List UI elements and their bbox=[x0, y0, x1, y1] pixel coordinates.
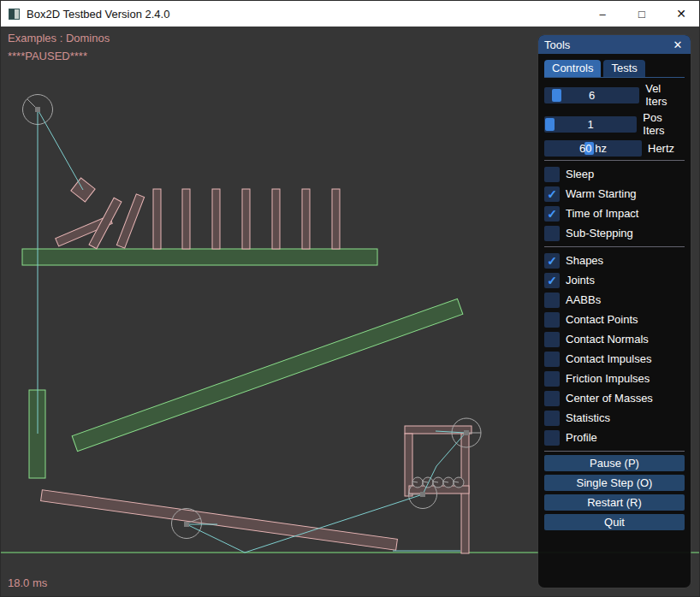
checkbox-row: Contact Points bbox=[544, 310, 685, 329]
example-label: Examples : Dominos bbox=[8, 32, 110, 44]
separator bbox=[544, 246, 685, 247]
close-button[interactable]: ✕ bbox=[661, 1, 700, 27]
joint-anchor bbox=[464, 430, 469, 435]
slider-label: Vel Iters bbox=[645, 82, 685, 108]
checkbox-label: AABBs bbox=[566, 293, 601, 306]
checkbox-checked[interactable]: ✓ bbox=[544, 206, 560, 222]
checkbox-row: Center of Masses bbox=[544, 388, 685, 408]
checkbox-row: ✓Shapes bbox=[544, 251, 685, 270]
checkbox-label: Statistics bbox=[566, 411, 610, 424]
slider-label: Pos Iters bbox=[643, 111, 685, 137]
checkbox-label: Profile bbox=[566, 431, 597, 444]
dynamic-body bbox=[212, 189, 220, 249]
minimize-button[interactable]: – bbox=[583, 1, 622, 27]
dynamic-body bbox=[302, 189, 310, 249]
slider-label: Hertz bbox=[648, 142, 674, 155]
checkbox-label: Sub-Stepping bbox=[566, 227, 633, 239]
slider-track[interactable]: 1 bbox=[544, 116, 637, 133]
frame-time-label: 18.0 ms bbox=[8, 576, 47, 589]
app-window: Examples : Dominos ****PAUSED**** 18.0 m… bbox=[0, 0, 700, 597]
checkbox-unchecked[interactable] bbox=[544, 391, 560, 406]
dynamic-body bbox=[242, 189, 250, 249]
tools-panel-title: Tools bbox=[544, 38, 570, 51]
window-controls: – □ ✕ bbox=[583, 1, 700, 27]
draw-checkbox-group: ✓Shapes✓JointsAABBsContact PointsContact… bbox=[544, 251, 685, 447]
tools-panel-header[interactable]: Tools ✕ bbox=[538, 35, 691, 54]
checkbox-unchecked[interactable] bbox=[544, 167, 560, 182]
joint-anchor bbox=[35, 107, 40, 112]
dynamic-body bbox=[272, 189, 280, 249]
checkbox-row: Statistics bbox=[544, 408, 685, 428]
dynamic-body bbox=[332, 189, 340, 249]
joint-line bbox=[38, 109, 83, 190]
checkbox-unchecked[interactable] bbox=[544, 312, 560, 328]
checkbox-checked[interactable]: ✓ bbox=[544, 253, 560, 269]
checkbox-row: Friction Impulses bbox=[544, 369, 685, 388]
slider-value: 6 bbox=[544, 87, 639, 103]
maximize-button[interactable]: □ bbox=[622, 1, 661, 27]
checkbox-label: Contact Impulses bbox=[566, 352, 651, 365]
checkbox-unchecked[interactable] bbox=[544, 332, 560, 347]
slider-row: 1Pos Iters bbox=[544, 111, 685, 137]
joint-line bbox=[187, 524, 245, 553]
checkbox-checked[interactable]: ✓ bbox=[544, 186, 560, 202]
static-body bbox=[72, 298, 463, 451]
slider-track[interactable]: 60 hz bbox=[544, 140, 642, 157]
checkbox-label: Time of Impact bbox=[566, 207, 638, 220]
checkbox-row: ✓Warm Starting bbox=[544, 184, 685, 204]
slider-row: 60 hzHertz bbox=[544, 140, 685, 157]
checkbox-row: ✓Time of Impact bbox=[544, 204, 685, 223]
joint-anchor bbox=[184, 522, 189, 527]
tools-panel: Tools ✕ ControlsTests 6Vel Iters1Pos Ite… bbox=[538, 35, 691, 588]
restart-r-button[interactable]: Restart (R) bbox=[544, 494, 685, 511]
slider-value: 1 bbox=[544, 116, 637, 133]
tools-panel-body: ControlsTests 6Vel Iters1Pos Iters60 hzH… bbox=[538, 54, 691, 530]
static-body bbox=[22, 249, 377, 265]
tab-controls[interactable]: Controls bbox=[544, 60, 601, 77]
checkbox-label: Center of Masses bbox=[566, 392, 653, 405]
checkbox-row: Sub-Stepping bbox=[544, 223, 685, 243]
checkbox-unchecked[interactable] bbox=[544, 352, 560, 367]
dynamic-body bbox=[153, 189, 161, 249]
checkbox-unchecked[interactable] bbox=[544, 430, 560, 446]
checkbox-label: Joints bbox=[566, 274, 595, 287]
checkbox-row: ✓Joints bbox=[544, 270, 685, 290]
checkbox-row: Sleep bbox=[544, 164, 685, 184]
pause-p-button[interactable]: Pause (P) bbox=[544, 455, 685, 471]
tab-tests[interactable]: Tests bbox=[603, 60, 644, 77]
window-title: Box2D Testbed Version 2.4.0 bbox=[27, 8, 169, 21]
checkbox-row: AABBs bbox=[544, 290, 685, 310]
app-icon bbox=[9, 9, 20, 20]
checkbox-unchecked[interactable] bbox=[544, 411, 560, 426]
separator bbox=[544, 160, 685, 161]
checkbox-unchecked[interactable] bbox=[544, 293, 560, 308]
checkbox-label: Friction Impulses bbox=[566, 372, 650, 385]
checkbox-row: Profile bbox=[544, 428, 685, 447]
checkbox-unchecked[interactable] bbox=[544, 371, 560, 387]
slider-row: 6Vel Iters bbox=[544, 82, 685, 108]
checkbox-row: Contact Impulses bbox=[544, 349, 685, 369]
joint-anchor bbox=[420, 492, 425, 497]
single-step-o-button[interactable]: Single Step (O) bbox=[544, 475, 685, 491]
checkbox-checked[interactable]: ✓ bbox=[544, 273, 560, 288]
checkbox-label: Contact Points bbox=[566, 313, 638, 326]
action-button-group: Pause (P)Single Step (O)Restart (R)Quit bbox=[544, 455, 685, 530]
slider-value: 60 hz bbox=[544, 140, 642, 157]
checkbox-label: Sleep bbox=[566, 168, 594, 180]
slider-group: 6Vel Iters1Pos Iters60 hzHertz bbox=[544, 82, 685, 157]
paused-status-label: ****PAUSED**** bbox=[8, 50, 87, 62]
solver-checkbox-group: Sleep✓Warm Starting✓Time of ImpactSub-St… bbox=[544, 164, 685, 243]
checkbox-label: Shapes bbox=[566, 254, 603, 267]
quit-button[interactable]: Quit bbox=[544, 514, 685, 530]
tab-bar: ControlsTests bbox=[544, 60, 685, 78]
checkbox-row: Contact Normals bbox=[544, 329, 685, 349]
close-icon[interactable]: ✕ bbox=[671, 38, 685, 51]
dynamic-body bbox=[182, 189, 190, 249]
title-bar[interactable]: Box2D Testbed Version 2.4.0 – □ ✕ bbox=[1, 1, 700, 27]
checkbox-unchecked[interactable] bbox=[544, 226, 560, 241]
checkbox-label: Contact Normals bbox=[566, 333, 649, 346]
checkbox-label: Warm Starting bbox=[566, 187, 637, 200]
separator bbox=[544, 451, 685, 452]
slider-track[interactable]: 6 bbox=[544, 87, 639, 103]
